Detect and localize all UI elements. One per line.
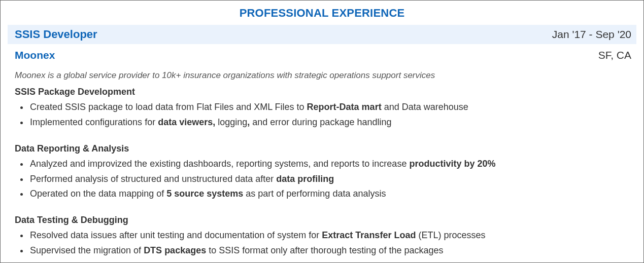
bold-text: Extract Transfer Load: [322, 230, 416, 240]
bullet-list: Analyzed and improvized the existing das…: [29, 157, 631, 202]
group-heading-data-reporting: Data Reporting & Analysis: [15, 142, 631, 156]
section-title: PROFESSIONAL EXPERIENCE: [1, 5, 643, 22]
role-row: SSIS Developer Jan '17 - Sep '20: [8, 25, 636, 44]
text: Implemented configurations for: [30, 117, 158, 127]
bold-text: data viewers,: [158, 117, 215, 127]
text: Performed analysis of structured and uns…: [30, 174, 276, 184]
list-item: Resolved data issues after unit testing …: [29, 229, 631, 243]
text: (ETL) processes: [416, 230, 485, 240]
company-description: Moonex is a global service provider to 1…: [15, 69, 631, 82]
text: as part of performing data analysis: [243, 189, 386, 199]
list-item: Supervised the migration of DTS packages…: [29, 244, 631, 258]
role-title: SSIS Developer: [15, 26, 97, 43]
text: Supervised the migration of: [30, 245, 144, 255]
company-location: SF, CA: [598, 47, 631, 64]
text: to SSIS format only after thorough testi…: [206, 245, 443, 255]
group-heading-ssis-package-dev: SSIS Package Development: [15, 85, 631, 99]
bold-text: 5 source systems: [166, 189, 243, 199]
list-item: Implemented configurations for data view…: [29, 116, 631, 130]
text: and Data warehouse: [382, 102, 468, 112]
text: logging: [215, 117, 247, 127]
bold-text: productivity by 20%: [409, 159, 495, 169]
text: and error during package handling: [250, 117, 391, 127]
role-dates: Jan '17 - Sep '20: [552, 26, 631, 43]
text: Analyzed and improvized the existing das…: [30, 159, 409, 169]
bold-text: DTS packages: [144, 245, 206, 255]
text: Created SSIS package to load data from F…: [30, 102, 307, 112]
bullet-list: Resolved data issues after unit testing …: [29, 229, 631, 258]
bold-text: data profiling: [276, 174, 334, 184]
bullet-list: Created SSIS package to load data from F…: [29, 100, 631, 130]
company-row: Moonex SF, CA: [15, 47, 631, 64]
text: Operated on the data mapping of: [30, 189, 166, 199]
bold-text: Report-Data mart: [307, 102, 382, 112]
company-name: Moonex: [15, 47, 55, 64]
list-item: Performed analysis of structured and uns…: [29, 172, 631, 186]
group-heading-data-testing: Data Testing & Debugging: [15, 213, 631, 228]
list-item: Operated on the data mapping of 5 source…: [29, 187, 631, 201]
list-item: Analyzed and improvized the existing das…: [29, 157, 631, 171]
list-item: Created SSIS package to load data from F…: [29, 100, 631, 115]
text: Resolved data issues after unit testing …: [30, 230, 322, 240]
